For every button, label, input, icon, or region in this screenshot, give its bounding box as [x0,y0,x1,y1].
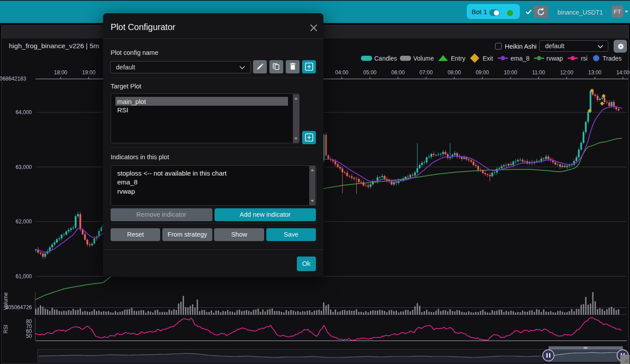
svg-text:13:00: 13:00 [588,69,601,76]
svg-text:14:00: 14:00 [616,69,630,76]
svg-text:63,000: 63,000 [15,164,32,170]
svg-text:Entry: Entry [451,55,465,62]
svg-text:05:00: 05:00 [363,69,376,76]
svg-text:18:00: 18:00 [54,69,67,76]
svg-text:06:00: 06:00 [392,69,405,76]
svg-text:07:00: 07:00 [419,69,433,76]
svg-text:12:00: 12:00 [560,69,573,76]
svg-text:Trades: Trades [603,55,622,62]
svg-text:08:00: 08:00 [448,69,461,76]
svg-text:50: 50 [26,333,32,339]
svg-text:Volume: Volume [413,55,434,62]
svg-text:19:00: 19:00 [82,69,96,76]
svg-text:rvwap: rvwap [546,55,563,62]
svg-text:62,000: 62,000 [15,218,32,225]
svg-text:305064726: 305064726 [5,304,32,310]
svg-text:RSI: RSI [3,325,9,333]
svg-text:04:00: 04:00 [335,69,348,76]
svg-text:10:00: 10:00 [504,69,517,76]
svg-text:Candles: Candles [374,55,397,62]
svg-text:11:00: 11:00 [532,69,545,76]
svg-text:09:00: 09:00 [476,69,489,76]
svg-text:ema_8: ema_8 [511,55,530,62]
svg-text:rsi: rsi [581,55,588,62]
svg-text:64,000: 64,000 [15,109,32,115]
svg-text:Volume: Volume [3,292,9,310]
svg-text:Exit: Exit [483,55,493,62]
svg-text:61,000: 61,000 [15,273,32,280]
svg-text:068642183: 068642183 [0,76,26,82]
svg-text:high_frog_binance_v226 | 5m: high_frog_binance_v226 | 5m [9,42,99,50]
